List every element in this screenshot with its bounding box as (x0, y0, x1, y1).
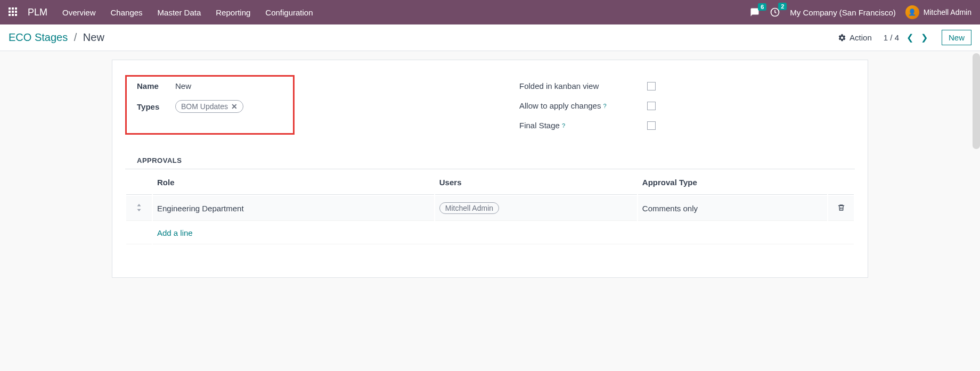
activity-badge: 2 (778, 3, 787, 10)
breadcrumb-sep: / (74, 31, 77, 43)
pager-prev[interactable]: ❮ (904, 31, 916, 44)
role-cell[interactable]: Engineering Department (153, 196, 434, 221)
app-name[interactable]: PLM (28, 7, 47, 18)
breadcrumb-current: New (83, 31, 104, 43)
user-menu[interactable]: 👤 Mitchell Admin (905, 5, 971, 19)
approvals-table: Role Users Approval Type Engineering Dep… (125, 169, 855, 245)
avatar: 👤 (905, 5, 919, 19)
nav-overview[interactable]: Overview (62, 8, 96, 17)
breadcrumb-parent[interactable]: ECO Stages (9, 31, 68, 43)
approvals-title: APPROVALS (137, 156, 855, 164)
users-cell[interactable]: Mitchell Admin (435, 196, 637, 221)
gear-icon (838, 34, 846, 42)
right-column: Folded in kanban view Allow to apply cha… (338, 73, 855, 141)
type-tag[interactable]: BOM Updates ✕ (175, 100, 243, 113)
form-sheet: Name New Types BOM Updates ✕ Folded in k… (112, 60, 868, 278)
nav-changes[interactable]: Changes (111, 8, 143, 17)
type-tag-label: BOM Updates (181, 102, 228, 111)
approval-type-cell[interactable]: Comments only (638, 196, 827, 221)
table-row[interactable]: Engineering Department Mitchell Admin Co… (126, 196, 854, 221)
messages-badge: 6 (758, 3, 766, 11)
pager: 1 / 4 ❮ ❯ (884, 31, 930, 44)
pager-count[interactable]: 1 / 4 (884, 33, 899, 42)
folded-label: Folded in kanban view (519, 81, 631, 90)
delete-row-icon[interactable] (828, 196, 854, 221)
final-label: Final Stage ? (519, 121, 631, 130)
action-menu[interactable]: Action (838, 33, 872, 42)
folded-checkbox[interactable] (647, 82, 656, 90)
action-label: Action (850, 33, 872, 42)
scrollbar[interactable] (973, 53, 980, 149)
table-row: Add a line (126, 222, 854, 244)
col-users: Users (435, 170, 637, 195)
allow-label: Allow to apply changes ? (519, 101, 631, 110)
add-line-button[interactable]: Add a line (157, 228, 193, 237)
tag-remove-icon[interactable]: ✕ (231, 102, 238, 111)
nav-reporting[interactable]: Reporting (216, 8, 250, 17)
pager-next[interactable]: ❯ (919, 31, 930, 44)
name-label: Name (137, 81, 175, 90)
types-label: Types (137, 102, 175, 111)
col-approval-type: Approval Type (638, 170, 827, 195)
drag-handle-icon[interactable] (126, 196, 152, 221)
help-icon[interactable]: ? (603, 103, 606, 109)
name-field[interactable]: New (175, 81, 191, 90)
types-field[interactable]: BOM Updates ✕ (175, 100, 243, 113)
breadcrumb: ECO Stages / New (9, 31, 104, 44)
left-column: Name New Types BOM Updates ✕ (125, 73, 317, 141)
col-role: Role (153, 170, 434, 195)
control-bar: ECO Stages / New Action 1 / 4 ❮ ❯ New (0, 24, 980, 51)
nav-master-data[interactable]: Master Data (158, 8, 201, 17)
user-name: Mitchell Admin (924, 8, 971, 17)
apps-icon[interactable] (9, 7, 18, 17)
user-tag[interactable]: Mitchell Admin (439, 202, 499, 214)
top-nav: PLM Overview Changes Master Data Reporti… (0, 0, 980, 24)
activity-icon[interactable]: 2 (770, 7, 780, 18)
messages-icon[interactable]: 6 (749, 7, 760, 17)
nav-items: Overview Changes Master Data Reporting C… (62, 8, 313, 17)
help-icon[interactable]: ? (562, 122, 565, 129)
new-button[interactable]: New (942, 30, 971, 45)
final-checkbox[interactable] (647, 121, 656, 130)
nav-configuration[interactable]: Configuration (265, 8, 313, 17)
company-selector[interactable]: My Company (San Francisco) (790, 8, 895, 17)
allow-checkbox[interactable] (647, 102, 656, 110)
